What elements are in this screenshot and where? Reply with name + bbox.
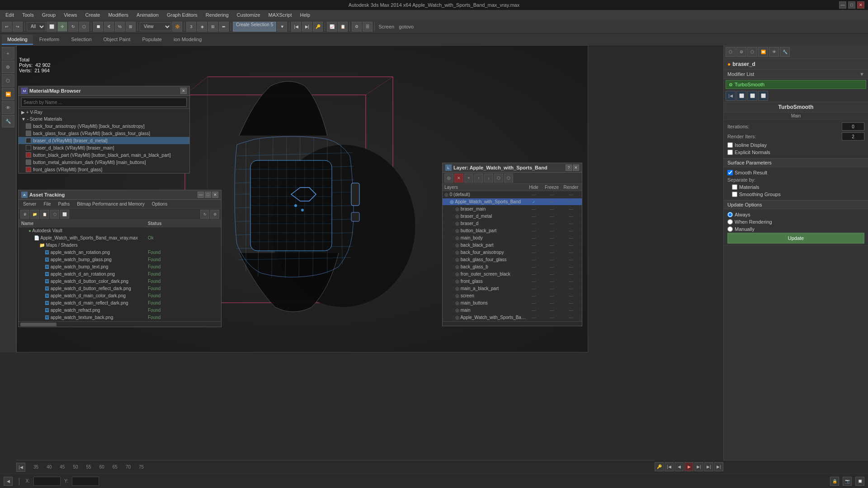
at-row-maps[interactable]: 📁 Maps / Shaders <box>19 242 221 249</box>
when-rendering-radio[interactable] <box>727 219 733 225</box>
menu-help[interactable]: Help <box>297 11 314 19</box>
modify-icon[interactable]: ⚙ <box>2 61 14 73</box>
prev-key-btn[interactable]: |◀ <box>665 462 674 471</box>
next-key-btn[interactable]: ▶| <box>704 462 713 471</box>
mat-item-7[interactable]: front_glass (VRayMtl) [front_glass] <box>19 166 189 173</box>
tab-modeling[interactable]: Modeling <box>2 35 33 45</box>
lp-btn-more[interactable]: ⬡ <box>504 174 513 183</box>
menu-animation[interactable]: Animation <box>133 11 162 19</box>
mat-item-3[interactable]: braser_d (VRayMtl) [braser_d_metal] <box>19 137 189 144</box>
menu-rendering[interactable]: Rendering <box>202 11 232 19</box>
lp-btn-delete[interactable]: ✕ <box>454 174 463 183</box>
menu-edit[interactable]: Edit <box>2 11 18 19</box>
at-row-maxfile[interactable]: 📄 Apple_Watch_with_Sports_Band_max_vray.… <box>19 235 221 242</box>
tab-ion-modeling[interactable]: ion Modeling <box>168 35 207 45</box>
curve-editor[interactable]: 📈 <box>327 22 337 32</box>
at-tb-btn-1[interactable]: 🖥 <box>20 210 29 219</box>
close-button[interactable]: ✕ <box>857 1 864 9</box>
menu-modifiers[interactable]: Modifiers <box>104 11 132 19</box>
more-tools[interactable]: ☰ <box>363 22 373 32</box>
at-row-file-5[interactable]: 🖼 apple_watch_d_button_color_dark.png Fo… <box>19 278 221 285</box>
mat-item-1[interactable]: back_four_anisotropy (VRayMtl) [back_fou… <box>19 122 189 130</box>
layer-row-back-glass-b[interactable]: ◎ back_glass_b — — — <box>443 263 582 271</box>
menu-tools[interactable]: Tools <box>19 11 38 19</box>
y-coord-input[interactable] <box>72 477 99 486</box>
at-tb-btn-2[interactable]: 📁 <box>30 210 39 219</box>
mod-nav-4[interactable]: ⬜ <box>758 91 768 101</box>
tab-populate[interactable]: Populate <box>137 35 167 45</box>
mirror-button[interactable]: ◈ <box>197 22 207 32</box>
rpanel-icon-6[interactable]: 🔧 <box>780 47 790 57</box>
at-menu-options[interactable]: Options <box>150 201 169 207</box>
status-nav-btn[interactable]: ◀ <box>4 477 13 486</box>
at-row-file-6[interactable]: 🖼 apple_watch_d_button_reflect_dark.png … <box>19 285 221 292</box>
layer-row-main-buttons[interactable]: ◎ main_buttons — — — <box>443 300 582 307</box>
material-search-input[interactable] <box>21 98 187 107</box>
at-hscrollbar[interactable] <box>19 321 221 327</box>
select-scale-button[interactable]: ⬡ <box>79 22 89 32</box>
layer-row-fron-outer[interactable]: ◎ fron_outer_screen_black — — — <box>443 271 582 278</box>
prev-frame[interactable]: |◀ <box>291 22 301 32</box>
at-hscroll-thumb[interactable] <box>20 323 57 326</box>
layer-row-main-a-black[interactable]: ◎ main_a_black_part — — — <box>443 285 582 292</box>
vray-group[interactable]: ▶ + V-Ray <box>19 109 189 116</box>
at-row-vault[interactable]: ● Autodesk Vault <box>19 227 221 235</box>
utilities-icon[interactable]: 🔧 <box>2 115 14 127</box>
smooth-result-checkbox[interactable] <box>727 170 733 175</box>
lp-btn-down[interactable]: ↓ <box>484 174 493 183</box>
always-radio[interactable] <box>727 212 733 217</box>
at-row-file-2[interactable]: 🖼 apple_watch_bump_glass.png Found <box>19 256 221 263</box>
at-tb-btn-5[interactable]: ⬜ <box>60 210 69 219</box>
layer-row-main-body[interactable]: ◎ main_body — — — <box>443 235 582 242</box>
at-row-file-7[interactable]: 🖼 apple_watch_d_main_color_dark.png Foun… <box>19 292 221 300</box>
layer-row-back-glass[interactable]: ◎ back_glass_four_glass — — — <box>443 256 582 263</box>
timeline-prev-btn[interactable]: |◀ <box>16 463 25 472</box>
mat-item-4[interactable]: braser_d_black (VRayMtl) [braser_main] <box>19 144 189 151</box>
at-menu-paths[interactable]: Paths <box>57 201 72 207</box>
spinner-snap[interactable]: ⊞ <box>126 22 136 32</box>
create-icon[interactable]: + <box>2 47 14 60</box>
next-frame[interactable]: ▶| <box>302 22 312 32</box>
layer-row-back-black[interactable]: ◎ back_black_part — — — <box>443 242 582 249</box>
select-object-button[interactable]: ⬜ <box>47 22 57 32</box>
x-coord-input[interactable] <box>33 477 61 486</box>
at-settings-btn[interactable]: ⚙ <box>210 210 219 219</box>
tab-selection[interactable]: Selection <box>66 35 97 45</box>
scene-xtras[interactable]: ⚙ <box>352 22 362 32</box>
next-frame-btn[interactable]: ▶| <box>694 462 703 471</box>
menu-views[interactable]: Views <box>60 11 80 19</box>
select-move-button[interactable]: ✛ <box>57 22 67 32</box>
at-row-file-9[interactable]: 🖼 apple_watch_refract.png Found <box>19 307 221 314</box>
undo-button[interactable]: ↩ <box>2 22 12 32</box>
tab-freeform[interactable]: Freeform <box>34 35 65 45</box>
materials-checkbox[interactable] <box>732 184 737 190</box>
isoline-checkbox[interactable] <box>727 142 733 148</box>
layer-row-braser-d[interactable]: ◎ braser_d — — — <box>443 220 582 227</box>
asset-tracking-close[interactable]: ✕ <box>212 192 218 198</box>
select-rotate-button[interactable]: ↻ <box>68 22 78 32</box>
at-row-file-8[interactable]: 🖼 apple_watch_d_main_reflect_dark.png Fo… <box>19 300 221 307</box>
menu-create[interactable]: Create <box>81 11 104 19</box>
smoothing-groups-checkbox[interactable] <box>732 192 737 197</box>
camera-btn[interactable]: 📷 <box>843 477 852 486</box>
layer-row-button-black[interactable]: ◎ button_black_part — — — <box>443 227 582 235</box>
material-browser-close[interactable]: ✕ <box>180 88 187 94</box>
layer-row-main[interactable]: ◎ main — — — <box>443 307 582 314</box>
lock-selection-btn[interactable]: 🔒 <box>830 477 839 486</box>
display-icon[interactable]: 👁 <box>2 101 14 114</box>
layer-panel-close[interactable]: ✕ <box>573 164 579 171</box>
prev-frame-btn[interactable]: ◀ <box>675 462 684 471</box>
viewport-shading[interactable]: View <box>140 22 171 31</box>
tab-object-paint[interactable]: Object Paint <box>98 35 136 45</box>
scene-materials-group[interactable]: ▼ - Scene Materials <box>19 116 189 122</box>
mat-item-2[interactable]: back_glass_four_glass (VRayMtl) [back_gl… <box>19 130 189 137</box>
at-tb-btn-3[interactable]: 📋 <box>40 210 49 219</box>
rpanel-icon-3[interactable]: ⬡ <box>747 47 757 57</box>
layer-row-apple-watch[interactable]: ◎ Apple_Watch_with_Sports_Band ✓ — — <box>443 198 582 206</box>
dope-sheet[interactable]: 📋 <box>338 22 348 32</box>
menu-graph-editors[interactable]: Graph Editors <box>163 11 201 19</box>
turbosmooth-modifier[interactable]: ⚙ TurboSmooth <box>726 80 866 89</box>
at-row-file-4[interactable]: 🖼 apple_watch_d_an_rotation.png Found <box>19 271 221 278</box>
at-menu-bitmap[interactable]: Bitmap Performance and Memory <box>75 201 146 207</box>
menu-customize[interactable]: Customize <box>233 11 264 19</box>
